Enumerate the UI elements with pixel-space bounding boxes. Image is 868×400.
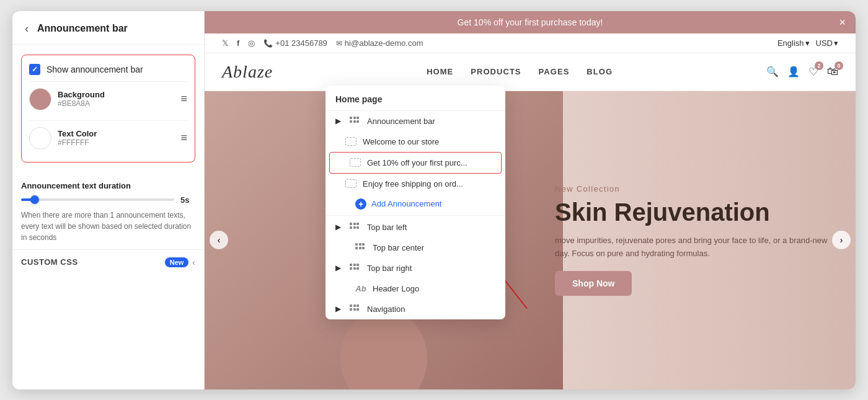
store-menu: HOME PRODUCTS PAGES BLOG xyxy=(427,67,613,76)
wishlist-icon[interactable]: ♡ 2 xyxy=(808,65,818,79)
hero-subtitle: New Collection xyxy=(555,184,620,193)
show-announcement-label: Show announcement bar xyxy=(46,64,143,74)
dropdown-label-header-logo: Header Logo xyxy=(373,284,419,293)
dashed-icon-welcome xyxy=(345,137,356,146)
shop-now-button[interactable]: Shop Now xyxy=(555,271,632,296)
app-wrapper: ‹ Announcement bar Show announcement bar… xyxy=(12,11,856,389)
dropdown-label-welcome: Welcome to our store xyxy=(363,137,439,146)
dropdown-label-announcement-bar: Announcement bar xyxy=(367,117,435,126)
dropdown-popup: Home page ▶ Announcement bar Welcome to … xyxy=(326,86,505,319)
dropdown-item-get10-wrapper: Get 10% off your first purc... xyxy=(326,152,505,174)
cart-badge: 0 xyxy=(835,61,843,70)
phone-icon xyxy=(264,38,273,48)
custom-css-right: New ‹ xyxy=(165,257,195,267)
facebook-icon xyxy=(237,38,239,48)
dropdown-item-announcement-bar[interactable]: ▶ Announcement bar xyxy=(326,111,505,131)
slider-value: 5s xyxy=(180,195,195,205)
add-announcement-label: Add Announcement xyxy=(371,199,441,208)
chevron-top-right: ▶ xyxy=(335,264,341,272)
email-address: hi@ablaze-demo.com xyxy=(345,38,423,48)
phone-number: +01 23456789 xyxy=(275,38,327,48)
new-badge: New xyxy=(165,257,189,267)
dropdown-item-top-bar-right[interactable]: ▶ Top bar right xyxy=(326,258,505,278)
search-icon[interactable] xyxy=(766,65,779,78)
language-selector[interactable]: English ▾ xyxy=(777,38,810,48)
background-color-info: Background #BE8A8A xyxy=(58,90,105,108)
dropdown-item-navigation[interactable]: ▶ Navigation xyxy=(326,299,505,319)
dropdown-label-top-bar-right: Top bar right xyxy=(367,264,412,273)
svg-point-1 xyxy=(340,309,427,389)
background-label: Background xyxy=(58,90,105,99)
dropdown-item-shipping[interactable]: Enjoy free shipping on ord... xyxy=(326,174,505,194)
dropdown-item-welcome[interactable]: Welcome to our store xyxy=(326,131,505,152)
dropdown-item-top-bar-left[interactable]: ▶ Top bar left xyxy=(326,217,505,238)
twitter-icon xyxy=(222,38,228,48)
slider-thumb[interactable] xyxy=(30,195,39,204)
dropdown-label-top-bar-left: Top bar left xyxy=(367,223,407,232)
background-layers-icon[interactable]: ≡ xyxy=(180,92,187,105)
slider-track[interactable] xyxy=(21,198,174,201)
instagram-icon xyxy=(248,38,255,48)
dropdown-item-get10[interactable]: Get 10% off your first purc... xyxy=(329,152,502,174)
background-hex: #BE8A8A xyxy=(58,99,105,108)
dropdown-label-shipping: Enjoy free shipping on ord... xyxy=(363,179,463,189)
custom-css-row[interactable]: CUSTOM CSS New ‹ xyxy=(12,250,204,275)
show-announcement-section: Show announcement bar Background #BE8A8A… xyxy=(21,55,195,162)
lang-usd: English ▾ USD ▾ xyxy=(777,38,838,48)
text-layers-icon[interactable]: ≡ xyxy=(180,131,187,144)
show-announcement-row[interactable]: Show announcement bar xyxy=(29,64,187,75)
text-color-hex: #FFFFFF xyxy=(58,138,97,147)
dropdown-label-navigation: Navigation xyxy=(367,304,405,314)
text-color-row: Text Color #FFFFFF ≡ xyxy=(29,120,187,153)
email-info: hi@ablaze-demo.com xyxy=(336,38,423,48)
announcement-text: Get 10% off your first purchase today! xyxy=(458,17,603,27)
background-color-row: Background #BE8A8A ≡ xyxy=(29,81,187,114)
menu-products[interactable]: PRODUCTS xyxy=(471,67,521,76)
currency-label: USD xyxy=(816,38,833,48)
grid-icon-top-right xyxy=(350,264,361,272)
cart-icon[interactable]: 🛍 0 xyxy=(827,65,838,78)
topbar-left: +01 23456789 hi@ablaze-demo.com xyxy=(222,38,423,48)
currency-selector[interactable]: USD ▾ xyxy=(816,38,838,48)
text-color-swatch[interactable] xyxy=(29,127,51,149)
language-label: English xyxy=(777,38,804,48)
store-icons: ♡ 2 🛍 0 xyxy=(766,65,838,79)
custom-css-label: CUSTOM CSS xyxy=(21,257,78,267)
menu-pages[interactable]: PAGES xyxy=(539,67,570,76)
dropdown-item-add-announcement[interactable]: + Add Announcement xyxy=(326,194,505,214)
background-swatch[interactable] xyxy=(29,88,51,110)
language-chevron: ▾ xyxy=(805,38,810,48)
panel-title: Announcement bar xyxy=(37,23,128,34)
grid-icon-navigation xyxy=(350,304,361,313)
carousel-prev-button[interactable]: ‹ xyxy=(210,231,228,249)
show-announcement-checkbox[interactable] xyxy=(29,64,40,75)
menu-blog[interactable]: BLOG xyxy=(587,67,613,76)
hero-text-area: New Collection Skin Rejuvenation move im… xyxy=(530,91,856,389)
duration-description: When there are more than 1 announcement … xyxy=(21,210,195,243)
announcement-close-button[interactable]: × xyxy=(839,16,846,29)
carousel-next-button[interactable]: › xyxy=(832,231,851,249)
separator-1 xyxy=(326,215,505,216)
menu-home[interactable]: HOME xyxy=(427,67,453,76)
dashed-icon-shipping xyxy=(345,179,356,188)
hero-description: move impurities, rejuvenate pores and br… xyxy=(555,234,843,260)
background-color-inner: Background #BE8A8A xyxy=(29,88,105,110)
add-plus-icon: + xyxy=(355,198,366,210)
custom-css-chevron: ‹ xyxy=(192,257,195,267)
back-button[interactable]: ‹ xyxy=(22,22,31,35)
text-color-info: Text Color #FFFFFF xyxy=(58,129,97,147)
announcement-bar: Get 10% off your first purchase today! × xyxy=(205,11,856,33)
text-color-inner: Text Color #FFFFFF xyxy=(29,127,97,149)
store-logo: Ablaze xyxy=(222,62,273,82)
dropdown-label-get10: Get 10% off your first purc... xyxy=(367,158,467,167)
duration-section: Announcement text duration 5s When there… xyxy=(12,172,204,250)
chevron-expand-announcement: ▶ xyxy=(335,117,341,125)
user-icon[interactable] xyxy=(787,65,800,78)
panel-header: ‹ Announcement bar xyxy=(12,11,204,45)
chevron-navigation: ▶ xyxy=(335,304,341,313)
dropdown-item-top-bar-center[interactable]: Top bar center xyxy=(326,238,505,258)
dashed-icon-get10 xyxy=(350,158,361,167)
dropdown-item-header-logo[interactable]: Ab Header Logo xyxy=(326,278,505,299)
store-nav: Ablaze HOME PRODUCTS PAGES BLOG ♡ 2 🛍 0 xyxy=(205,53,856,91)
store-hero: ‹ New Collection Skin Rejuvenation move … xyxy=(205,91,856,389)
